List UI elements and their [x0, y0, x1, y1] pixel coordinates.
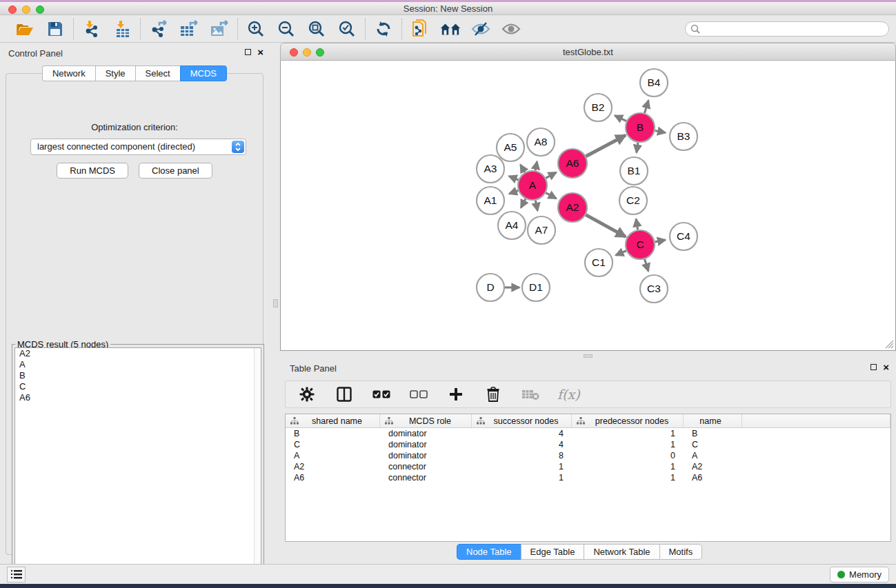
graph-edge-B-B3[interactable] [655, 130, 666, 132]
resize-grip-icon[interactable] [885, 340, 894, 349]
tab-network-table[interactable]: Network Table [584, 544, 659, 560]
table-panel: Table Panel × [280, 358, 896, 564]
control-panel: Control Panel × NetworkStyleSelectMCDS O… [0, 43, 269, 565]
close-panel-icon[interactable]: × [257, 48, 263, 56]
graph-edge-A-A7[interactable] [535, 201, 537, 211]
zoom-selected-icon[interactable] [337, 19, 357, 39]
tab-select[interactable]: Select [135, 65, 180, 81]
search-icon [690, 24, 700, 34]
result-scrollbar[interactable] [254, 348, 261, 575]
close-table-panel-icon[interactable]: × [883, 363, 889, 371]
graph-node-label: A3 [484, 163, 497, 174]
graph-edge-A-A3[interactable] [509, 176, 519, 180]
table-options-gear-icon[interactable] [297, 384, 317, 405]
tab-network[interactable]: Network [42, 65, 95, 81]
node-table: shared nameMCDS rolesuccessor nodesprede… [285, 414, 891, 542]
network-canvas[interactable]: AA1A3A5A8A4A7A6A2BB1B2B3B4CC1C2C3C4DD1 [280, 61, 896, 351]
export-image-icon[interactable] [209, 19, 230, 39]
graph-edge-C-C2[interactable] [636, 219, 637, 230]
optimization-criterion-select[interactable]: largest connected component (directed) [30, 139, 246, 155]
add-column-icon[interactable] [446, 384, 466, 405]
delete-table-icon[interactable] [520, 384, 541, 405]
graph-edge-C-C1[interactable] [616, 251, 626, 256]
zoom-fit-icon[interactable] [306, 19, 327, 39]
column-header-MCDS-role[interactable]: MCDS role [380, 414, 472, 427]
table-row[interactable]: A6connector11A6 [286, 472, 890, 483]
float-panel-icon[interactable] [245, 49, 251, 55]
graph-node-label: A2 [566, 201, 579, 213]
table-cell: A6 [286, 472, 380, 483]
vertical-splitter-handle[interactable] [273, 299, 278, 307]
table-row[interactable]: A2connector11A2 [286, 461, 890, 472]
task-history-button[interactable] [7, 567, 26, 582]
table-row[interactable]: Cdominator41C [286, 439, 890, 450]
graph-edge-A-A2[interactable] [546, 193, 556, 199]
graph-edge-A-A4[interactable] [521, 199, 526, 208]
mcds-result-item[interactable]: A6 [15, 392, 261, 403]
import-table-icon[interactable] [112, 19, 132, 39]
graph-edge-A6-B[interactable] [586, 135, 625, 156]
new-network-from-selection-icon[interactable] [410, 19, 430, 39]
column-header-successor-nodes[interactable]: successor nodes [472, 414, 572, 427]
column-header-filler [742, 414, 890, 427]
graph-edge-A-A1[interactable] [509, 190, 518, 194]
search-input[interactable] [685, 21, 889, 37]
tab-mcds[interactable]: MCDS [180, 65, 227, 81]
float-table-panel-icon[interactable] [870, 364, 877, 370]
hide-graphics-details-icon[interactable] [470, 19, 491, 39]
open-file-icon[interactable] [14, 19, 35, 39]
memory-label: Memory [849, 569, 882, 580]
graph-edge-A2-C[interactable] [586, 215, 626, 237]
column-header-shared-name[interactable]: shared name [286, 414, 380, 427]
table-row[interactable]: Adominator80A [286, 450, 890, 461]
application-window: Session: New Session [0, 0, 896, 588]
delete-column-trash-icon[interactable] [483, 384, 504, 405]
column-header-predecessor-nodes[interactable]: predecessor nodes [572, 414, 684, 427]
memory-button[interactable]: Memory [830, 567, 889, 582]
mcds-tab-pane: Optimization criterion: largest connecte… [6, 73, 263, 555]
close-panel-button[interactable]: Close panel [139, 163, 212, 179]
show-graphics-details-icon[interactable] [501, 19, 521, 39]
mcds-result-item[interactable]: B [15, 370, 261, 381]
graph-edge-B-B4[interactable] [644, 101, 648, 113]
mcds-result-list: A2ABCA6 [14, 347, 261, 576]
zoom-out-icon[interactable] [276, 19, 297, 39]
export-table-icon[interactable] [179, 19, 199, 39]
control-panel-tabs: NetworkStyleSelectMCDS [0, 65, 269, 81]
horizontal-splitter-handle[interactable] [584, 354, 593, 358]
tab-motifs[interactable]: Motifs [659, 544, 703, 560]
mcds-result-item[interactable]: A2 [15, 348, 261, 359]
show-column-icon[interactable] [334, 384, 355, 405]
mcds-result-item[interactable]: C [15, 381, 261, 392]
graph-edge-C-C4[interactable] [655, 240, 666, 242]
save-session-icon[interactable] [45, 19, 66, 39]
function-builder-icon[interactable]: f(x) [557, 387, 580, 402]
network-window-titlebar[interactable]: testGlobe.txt [280, 43, 896, 61]
zoom-in-icon[interactable] [246, 19, 266, 39]
graph-edge-B-B2[interactable] [615, 116, 626, 121]
graph-edge-B-B1[interactable] [637, 143, 638, 152]
graph-edge-A-A8[interactable] [535, 161, 537, 170]
tab-node-table[interactable]: Node Table [457, 544, 521, 560]
column-header-name[interactable]: name [684, 414, 742, 427]
table-cell: C [286, 439, 380, 450]
import-network-icon[interactable] [81, 19, 102, 39]
home-icon[interactable] [440, 19, 461, 39]
run-mcds-button[interactable]: Run MCDS [57, 163, 128, 179]
graph-edge-A-A5[interactable] [521, 165, 525, 172]
network-graph: AA1A3A5A8A4A7A6A2BB1B2B3B4CC1C2C3C4DD1 [281, 61, 895, 349]
table-row[interactable]: Bdominator41B [286, 428, 890, 439]
graph-node-label: D [486, 281, 494, 293]
refresh-icon[interactable] [373, 19, 394, 39]
tab-style[interactable]: Style [95, 65, 135, 81]
main-toolbar [0, 15, 896, 43]
graph-edge-A-A6[interactable] [546, 172, 556, 178]
select-all-checkboxes-icon[interactable] [371, 384, 392, 405]
mcds-result-item[interactable]: A [15, 359, 261, 370]
deselect-all-checkboxes-icon[interactable] [408, 384, 429, 405]
tab-edge-table[interactable]: Edge Table [521, 544, 584, 560]
select-stepper-icon [232, 141, 244, 153]
table-header-row: shared nameMCDS rolesuccessor nodesprede… [286, 414, 890, 428]
graph-edge-C-C3[interactable] [645, 259, 648, 271]
export-network-icon[interactable] [148, 19, 169, 39]
